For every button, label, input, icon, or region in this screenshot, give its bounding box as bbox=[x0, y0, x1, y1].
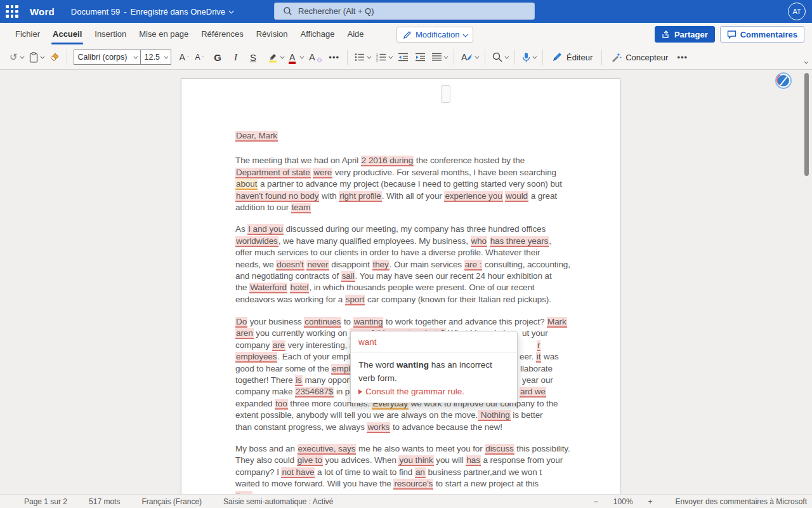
decrease-indent-button[interactable] bbox=[395, 50, 412, 64]
spelling-error[interactable]: Nothing bbox=[478, 410, 510, 421]
spelling-error[interactable]: 2 2016 during bbox=[361, 156, 414, 166]
tab-aide[interactable]: Aide bbox=[341, 24, 370, 44]
spelling-error[interactable]: haven't found no body bbox=[235, 191, 319, 202]
spelling-error[interactable]: give to bbox=[297, 455, 323, 466]
spelling-error[interactable]: has bbox=[466, 455, 480, 466]
spelling-error[interactable]: ard we bbox=[520, 387, 546, 398]
zoom-in-button[interactable]: + bbox=[648, 497, 653, 506]
font-size-select[interactable]: 12.5 bbox=[141, 50, 171, 65]
editing-mode-dropdown[interactable]: Modification bbox=[396, 27, 473, 43]
shrink-font-button[interactable]: A ˇ bbox=[192, 50, 207, 64]
italic-button[interactable]: I bbox=[231, 50, 240, 65]
more-font-options-button[interactable]: ••• bbox=[325, 53, 343, 62]
dictate-button[interactable] bbox=[519, 50, 539, 65]
grammar-error[interactable]: about bbox=[235, 179, 258, 190]
spelling-error[interactable]: would bbox=[505, 191, 528, 202]
highlight-color-button[interactable] bbox=[265, 50, 286, 65]
share-button[interactable]: Partager bbox=[655, 26, 715, 43]
spelling-error[interactable]: an bbox=[415, 467, 426, 478]
word-count[interactable]: 517 mots bbox=[89, 497, 120, 506]
alignment-button[interactable] bbox=[429, 50, 450, 64]
comment-margin-tab[interactable] bbox=[441, 85, 450, 103]
spelling-error[interactable]: continues bbox=[304, 317, 341, 328]
tab-révision[interactable]: Révision bbox=[250, 24, 294, 44]
undo-button[interactable]: ↺ bbox=[6, 49, 26, 65]
styles-button[interactable]: A bbox=[458, 50, 481, 65]
underline-button[interactable]: S bbox=[247, 50, 259, 65]
grow-font-button[interactable]: A ˆ bbox=[176, 50, 192, 64]
tab-références[interactable]: Références bbox=[195, 24, 249, 44]
spelling-error[interactable]: aren bbox=[235, 328, 254, 339]
spelling-error[interactable]: discuss bbox=[485, 444, 514, 455]
spelling-error[interactable]: has three years bbox=[490, 236, 549, 247]
spelling-error[interactable]: sport bbox=[345, 295, 365, 305]
numbered-list-button[interactable]: 1 2 3 bbox=[373, 50, 395, 64]
spelling-error[interactable]: 2354687$ bbox=[295, 387, 334, 398]
editor-button[interactable]: Éditeur bbox=[547, 50, 598, 65]
clear-formatting-button[interactable]: A ◇ bbox=[306, 50, 325, 64]
spelling-error[interactable]: I and you bbox=[247, 224, 284, 235]
vertical-scrollbar[interactable] bbox=[804, 73, 809, 176]
editor-score-badge[interactable] bbox=[775, 72, 792, 89]
format-painter-button[interactable] bbox=[46, 50, 63, 65]
page-indicator[interactable]: Page 1 sur 2 bbox=[24, 497, 67, 506]
document-title[interactable]: Document 59 - Enregistré dans OneDrive bbox=[71, 7, 233, 17]
tab-affichage[interactable]: Affichage bbox=[294, 24, 341, 44]
spelling-error[interactable]: Waterford bbox=[249, 283, 287, 293]
document-page[interactable]: Dear, MarkThe meeting that we had on Apr… bbox=[181, 78, 620, 508]
search-input[interactable]: Rechercher (Alt + Q) bbox=[274, 3, 535, 20]
spelling-error[interactable]: wanting bbox=[353, 317, 384, 328]
tab-insertion[interactable]: Insertion bbox=[88, 24, 133, 44]
spelling-error[interactable]: not have bbox=[281, 467, 315, 478]
spelling-error[interactable]: Mark bbox=[547, 317, 567, 328]
bullet-list-button[interactable] bbox=[351, 50, 373, 64]
spelling-error[interactable]: you think bbox=[398, 455, 433, 466]
spelling-error[interactable]: Do bbox=[235, 317, 247, 328]
spelling-error[interactable]: who bbox=[471, 236, 487, 247]
zoom-out-button[interactable]: − bbox=[594, 497, 598, 506]
spelling-error[interactable]: r bbox=[537, 340, 540, 351]
font-name-select[interactable]: Calibri (corps) bbox=[74, 50, 141, 65]
app-launcher-icon[interactable] bbox=[6, 5, 18, 18]
spelling-error[interactable]: resource's bbox=[393, 479, 433, 490]
spelling-error[interactable]: they bbox=[372, 260, 390, 271]
designer-button[interactable]: Concepteur bbox=[606, 50, 673, 65]
zoom-level[interactable]: 100% bbox=[613, 497, 633, 506]
collapse-ribbon-button[interactable] bbox=[804, 55, 807, 67]
spelling-error[interactable]: right profile bbox=[339, 191, 381, 202]
avatar[interactable]: AT bbox=[788, 3, 806, 20]
paste-button[interactable] bbox=[26, 50, 46, 65]
font-color-button[interactable]: A bbox=[286, 50, 306, 64]
spelling-error[interactable]: never bbox=[306, 260, 329, 271]
tab-fichier[interactable]: Fichier bbox=[9, 24, 46, 44]
document-text[interactable]: Dear, MarkThe meeting that we had on Apr… bbox=[235, 130, 583, 502]
spelling-error[interactable]: Dear, Mark bbox=[235, 131, 278, 142]
find-button[interactable] bbox=[489, 50, 511, 65]
bold-button[interactable]: G bbox=[211, 50, 225, 65]
spelling-error[interactable]: sail bbox=[341, 271, 355, 282]
more-toolbar-options-button[interactable]: ••• bbox=[673, 53, 691, 62]
spelling-error[interactable]: were bbox=[313, 168, 332, 178]
spelling-error[interactable]: are bbox=[272, 340, 285, 351]
language-indicator[interactable]: Français (France) bbox=[141, 497, 202, 506]
grammar-rule-link[interactable]: Consult the grammar rule. bbox=[351, 387, 517, 403]
spelling-error[interactable]: doesn't bbox=[276, 260, 304, 271]
spelling-error[interactable]: Department of state bbox=[235, 168, 311, 178]
spelling-error[interactable]: are : bbox=[464, 260, 483, 271]
spelling-error[interactable]: worldwides bbox=[235, 236, 278, 247]
tab-accueil[interactable]: Accueil bbox=[46, 24, 88, 44]
spelling-error[interactable]: employees bbox=[235, 352, 277, 363]
feedback-link[interactable]: Envoyer des commentaires à Microsoft bbox=[676, 497, 807, 506]
spelling-error[interactable]: team bbox=[291, 203, 311, 213]
spelling-error[interactable]: hotel bbox=[290, 283, 310, 293]
comments-button[interactable]: Commentaires bbox=[720, 26, 804, 43]
spelling-error[interactable]: works bbox=[367, 422, 390, 433]
spelling-error[interactable]: executive, says bbox=[298, 444, 357, 455]
spelling-error[interactable]: experience you bbox=[444, 191, 502, 202]
tab-mise-en-page[interactable]: Mise en page bbox=[133, 24, 195, 44]
spelling-error[interactable]: too bbox=[275, 399, 287, 410]
increase-indent-button[interactable] bbox=[412, 50, 429, 64]
spelling-error[interactable]: is bbox=[295, 375, 303, 386]
suggestion-option[interactable]: want bbox=[351, 331, 517, 352]
spelling-error[interactable]: empl bbox=[331, 364, 351, 375]
